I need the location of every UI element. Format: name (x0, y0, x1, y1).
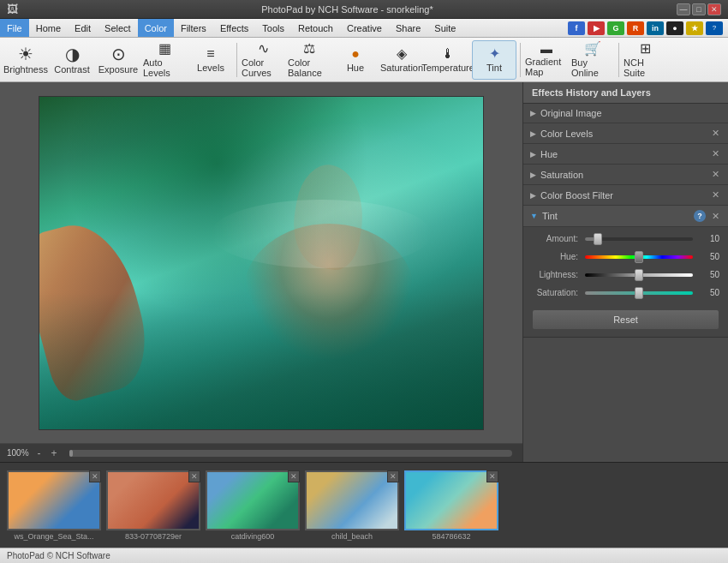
contrast-icon: ◑ (65, 45, 80, 63)
nch-suite-icon: ⊞ (640, 42, 651, 56)
effect-saturation[interactable]: ▶ Saturation ✕ (523, 165, 728, 185)
thumbnail-label: 833-07708729er (125, 532, 182, 541)
effect-color-levels[interactable]: ▶ Color Levels ✕ (523, 123, 728, 144)
thumbnail-image (404, 470, 498, 530)
close-effect-button[interactable]: ✕ (709, 128, 721, 139)
menu-select[interactable]: Select (98, 19, 138, 37)
amount-track[interactable] (585, 237, 693, 241)
lightness-row: Lightness: 50 (532, 270, 719, 279)
levels-tool[interactable]: ≡ Levels (188, 40, 233, 80)
menu-tools[interactable]: Tools (255, 19, 291, 37)
effect-original-image[interactable]: ▶ Original Image (523, 104, 728, 123)
thumbnail-item[interactable]: ✕ 833-07708729er (106, 470, 200, 541)
hue-track[interactable] (585, 255, 693, 259)
temperature-tool[interactable]: 🌡 Temperature (426, 40, 470, 80)
menu-edit[interactable]: Edit (68, 19, 98, 37)
social-rss[interactable]: R (627, 21, 644, 35)
hue-thumb[interactable] (635, 251, 643, 263)
close-effect-button[interactable]: ✕ (709, 189, 721, 201)
contrast-tool[interactable]: ◑ Contrast (50, 40, 94, 80)
temperature-icon: 🌡 (441, 47, 455, 61)
thumbnail-image (7, 470, 101, 530)
auto-levels-icon: ▦ (158, 42, 171, 56)
auto-levels-tool[interactable]: ▦ Auto Levels (142, 40, 187, 80)
menu-effects[interactable]: Effects (213, 19, 255, 37)
lightness-track[interactable] (585, 273, 693, 277)
thumbnail-strip: ✕ ws_Orange_Sea_Sta... ✕ 833-07708729er … (0, 462, 728, 548)
effects-panel-title: Effects History and Layers (523, 82, 728, 104)
exposure-tool[interactable]: ⊙ Exposure (96, 40, 140, 80)
zoom-percentage: 100% (7, 448, 29, 458)
thumbnail-image (106, 470, 200, 530)
menu-suite[interactable]: Suite (427, 19, 462, 37)
toolbar-separator-1 (236, 43, 237, 77)
color-curves-tool[interactable]: ∿ Color Curves (241, 40, 285, 80)
social-li[interactable]: in (647, 21, 664, 35)
thumbnail-close-button[interactable]: ✕ (188, 470, 200, 482)
thumbnail-image (305, 470, 399, 530)
social-more[interactable]: ● (666, 21, 683, 35)
hue-tool[interactable]: ● Hue (333, 40, 378, 80)
thumbnail-close-button[interactable]: ✕ (288, 470, 300, 482)
buy-online-tool[interactable]: 🛒 Buy Online (570, 40, 615, 80)
gradient-map-icon: ▬ (540, 43, 552, 55)
tint-header[interactable]: ▼ Tint ? ✕ (523, 206, 728, 227)
thumbnail-label: 584786632 (432, 532, 470, 541)
saturation-icon: ◈ (397, 47, 407, 61)
gradient-map-tool[interactable]: ▬ Gradient Map (524, 40, 569, 80)
amount-value: 10 (698, 234, 719, 243)
close-effect-button[interactable]: ✕ (709, 148, 721, 159)
nch-suite-tool[interactable]: ⊞ NCH Suite (623, 40, 667, 80)
thumbnail-item[interactable]: ✕ catdiving600 (206, 470, 300, 541)
menu-home[interactable]: Home (29, 19, 68, 37)
thumbnail-item[interactable]: ✕ ws_Orange_Sea_Sta... (7, 470, 101, 541)
minimize-button[interactable]: — (677, 3, 690, 15)
social-yt[interactable]: ▶ (588, 21, 605, 35)
menu-creative[interactable]: Creative (340, 19, 389, 37)
brightness-tool[interactable]: ☀ Brightness (3, 40, 48, 80)
close-effect-button[interactable]: ✕ (709, 169, 721, 180)
thumbnail-close-button[interactable]: ✕ (89, 470, 101, 482)
thumbnail-label: catdiving600 (231, 532, 275, 541)
hue-icon: ● (351, 47, 360, 61)
close-button[interactable]: ✕ (707, 3, 721, 15)
effects-panel: Effects History and Layers ▶ Original Im… (522, 82, 728, 462)
social-g[interactable]: G (607, 21, 624, 35)
color-balance-tool[interactable]: ⚖ Color Balance (287, 40, 331, 80)
amount-row: Amount: 10 (532, 234, 719, 243)
zoom-out-button[interactable]: - (36, 447, 43, 459)
tint-info-button[interactable]: ? (694, 210, 706, 222)
lightness-thumb[interactable] (635, 269, 643, 281)
thumbnail-item[interactable]: ✕ child_beach (305, 470, 399, 541)
effect-hue[interactable]: ▶ Hue ✕ (523, 144, 728, 165)
menu-filters[interactable]: Filters (174, 19, 213, 37)
effect-color-boost-filter[interactable]: ▶ Color Boost Filter ✕ (523, 185, 728, 206)
saturation-value: 50 (698, 288, 719, 297)
thumbnail-item-active[interactable]: ✕ 584786632 (404, 470, 498, 541)
tint-tool[interactable]: ✦ Tint (472, 40, 516, 80)
thumbnail-close-button[interactable]: ✕ (387, 470, 399, 482)
help-btn[interactable]: ? (706, 21, 723, 35)
toolbar-separator-3 (618, 43, 619, 77)
tint-controls: Amount: 10 Hue: 50 Li (523, 227, 728, 337)
maximize-button[interactable]: □ (692, 3, 706, 15)
image-container[interactable] (0, 82, 522, 443)
menu-file[interactable]: File (0, 19, 29, 37)
amount-thumb[interactable] (594, 233, 602, 245)
reset-button[interactable]: Reset (532, 309, 719, 330)
social-star[interactable]: ★ (686, 21, 703, 35)
main-photo (39, 96, 484, 430)
social-fb[interactable]: f (568, 21, 585, 35)
effect-label: Original Image (540, 108, 721, 118)
saturation-tool[interactable]: ◈ Saturation (379, 40, 424, 80)
close-tint-button[interactable]: ✕ (709, 211, 721, 222)
menu-share[interactable]: Share (389, 19, 427, 37)
saturation-track[interactable] (585, 291, 693, 295)
saturation-label: Saturation: (532, 288, 585, 297)
menu-color[interactable]: Color (138, 19, 174, 37)
saturation-thumb[interactable] (635, 287, 643, 299)
menu-retouch[interactable]: Retouch (291, 19, 340, 37)
zoom-in-button[interactable]: + (50, 447, 59, 459)
thumbnail-close-button[interactable]: ✕ (486, 470, 498, 482)
window-title: PhotoPad by NCH Software - snorkeling* (18, 4, 677, 15)
